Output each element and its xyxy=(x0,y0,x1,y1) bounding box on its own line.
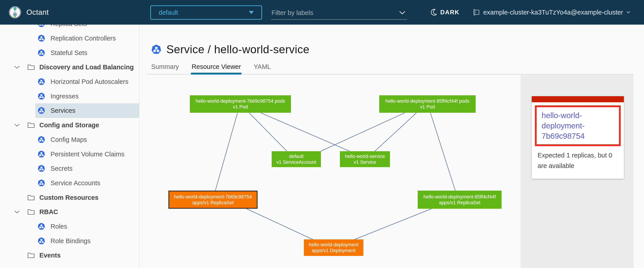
dark-label: DARK xyxy=(440,9,460,16)
persistent-volume-claims-icon xyxy=(38,150,45,158)
chevron-down-icon xyxy=(14,66,20,69)
sidebar-item-ingresses[interactable]: Ingresses xyxy=(0,89,139,103)
folder-icon xyxy=(27,252,35,258)
graph-edge xyxy=(246,209,313,240)
graph-node-serviceaccount-default[interactable]: defaultv1 ServiceAccount xyxy=(272,151,321,167)
octant-app: Octant default DARK xyxy=(0,0,644,268)
context-switcher[interactable]: example-cluster-ka3TuTzYo4a@example-clus… xyxy=(473,0,630,24)
header-bar: Octant default DARK xyxy=(0,0,644,24)
sidebar-section-label: Config and Storage xyxy=(39,122,99,129)
node-apiversion-kind: v1 Service xyxy=(354,159,376,165)
roles-icon xyxy=(38,222,45,230)
graph-node-pod-7b69c98754[interactable]: hello-world-deployment-7b69c98754 podsv1… xyxy=(190,95,291,113)
replica-sets-icon xyxy=(38,24,45,28)
node-title: hello-world-deployment xyxy=(309,242,358,248)
sidebar-item-label: Stateful Sets xyxy=(50,49,87,56)
chevron-down-icon xyxy=(14,210,20,214)
graph-node-deployment-hello-world[interactable]: hello-world-deploymentapps/v1 Deployment xyxy=(304,239,363,256)
sidebar-section-label: Custom Resources xyxy=(39,194,98,201)
graph-edge xyxy=(354,209,432,240)
sidebar-item-role-bindings[interactable]: Role Bindings xyxy=(0,234,139,248)
folder-icon xyxy=(27,64,35,70)
sidebar-item-custom-resources[interactable]: Custom Resources xyxy=(0,190,139,205)
role-bindings-icon xyxy=(38,237,45,245)
node-title: hello-world-deployment-85ff4cf44f xyxy=(424,194,496,200)
cluster-icon xyxy=(473,9,480,16)
selected-node-box: hello-world-deployment-7b69c98754 xyxy=(535,105,621,146)
sidebar-item-config-maps[interactable]: Config Maps xyxy=(0,132,139,147)
namespace-dropdown[interactable]: default xyxy=(150,5,262,20)
folder-icon xyxy=(27,208,35,215)
sidebar-item-label: Ingresses xyxy=(50,92,79,100)
sidebar-item-label: Services xyxy=(50,107,75,114)
graph-node-service-hello-world[interactable]: hello-world-servicev1 Service xyxy=(340,151,390,167)
sidebar-item-label: Service Accounts xyxy=(50,179,100,186)
folder-icon xyxy=(27,194,35,201)
octant-compass-icon xyxy=(8,6,22,19)
tab-resource-viewer[interactable]: Resource Viewer xyxy=(192,61,241,74)
sidebar-item-label: Persistent Volume Claims xyxy=(50,150,124,158)
selected-node-link[interactable]: hello-world-deployment-7b69c98754 xyxy=(542,111,585,140)
ingresses-icon xyxy=(38,92,45,100)
sidebar-item-label: Horizontal Pod Autoscalers xyxy=(50,78,128,86)
detail-panel: hello-world-deployment-7b69c98754 Expect… xyxy=(520,75,634,268)
graph-edge xyxy=(249,113,287,151)
secrets-icon xyxy=(38,165,45,172)
graph-edge xyxy=(261,113,350,151)
sidebar-item-services[interactable]: Services xyxy=(0,103,139,118)
chevron-down-icon[interactable] xyxy=(399,11,407,15)
sidebar-item-rbac[interactable]: RBAC xyxy=(0,205,139,219)
sidebar-item-label: Roles xyxy=(50,222,67,230)
node-apiversion-kind: v1 Pod xyxy=(420,104,435,110)
node-apiversion-kind: v1 Pod xyxy=(233,104,248,110)
sidebar-item-persistent-volume-claims[interactable]: Persistent Volume Claims xyxy=(0,147,139,161)
resource-graph: hello-world-deployment-7b69c98754 podsv1… xyxy=(139,74,520,268)
graph-node-pod-85ff4cf44f[interactable]: hello-world-deployment-85ff4cf44f podsv1… xyxy=(379,95,476,113)
service-icon xyxy=(151,44,162,55)
sidebar-item-replication-controllers[interactable]: Replication Controllers xyxy=(0,31,139,46)
tab-bar: Summary Resource Viewer YAML xyxy=(151,61,271,74)
replication-controllers-icon xyxy=(38,34,45,42)
node-apiversion-kind: v1 ServiceAccount xyxy=(276,159,316,165)
graph-edge xyxy=(430,113,455,190)
sidebar-item-config-and-storage[interactable]: Config and Storage xyxy=(0,118,139,132)
node-apiversion-kind: apps/v1 ReplicaSet xyxy=(192,200,234,206)
label-filter xyxy=(271,6,407,20)
sidebar-nav: Replica SetsReplication ControllersState… xyxy=(0,24,139,268)
chevron-down-icon xyxy=(14,124,20,127)
sidebar-section-label: RBAC xyxy=(39,208,58,216)
page-title: Service / hello-world-service xyxy=(166,43,310,56)
horizontal-pod-autoscalers-icon xyxy=(38,78,45,86)
graph-node-replicaset-85ff4cf44f[interactable]: hello-world-deployment-85ff4cf44fapps/v1… xyxy=(418,190,502,209)
namespace-dropdown-value: default xyxy=(158,9,178,16)
page-title-row: Service / hello-world-service xyxy=(151,42,310,57)
dark-theme-toggle[interactable]: DARK xyxy=(431,0,460,24)
node-title: default xyxy=(289,154,304,159)
node-title: hello-world-deployment-7b69c98754 pods xyxy=(196,98,285,104)
sidebar-item-replica-sets[interactable]: Replica Sets xyxy=(0,24,139,31)
replica-warning-message: Expected 1 replicas, but 0 are available xyxy=(532,148,624,179)
context-label: example-cluster-ka3TuTzYo4a@example-clus… xyxy=(483,9,623,16)
sidebar-item-stateful-sets[interactable]: Stateful Sets xyxy=(0,46,139,60)
graph-edge xyxy=(215,113,238,190)
sidebar-item-service-accounts[interactable]: Service Accounts xyxy=(0,176,139,190)
tab-yaml[interactable]: YAML xyxy=(254,61,271,74)
config-maps-icon xyxy=(38,136,45,144)
tab-summary[interactable]: Summary xyxy=(151,61,179,74)
moon-icon xyxy=(431,9,437,16)
selected-node-card: hello-world-deployment-7b69c98754 Expect… xyxy=(532,96,624,179)
graph-node-replicaset-7b69c98754[interactable]: hello-world-deployment-7b69c98754apps/v1… xyxy=(168,190,258,209)
node-title: hello-world-service xyxy=(345,154,385,159)
sidebar-item-label: Replica Sets xyxy=(50,24,87,28)
services-icon xyxy=(38,107,45,114)
sidebar-item-secrets[interactable]: Secrets xyxy=(0,161,139,176)
sidebar-item-events[interactable]: Events xyxy=(0,248,139,263)
sidebar-item-horizontal-pod-autoscalers[interactable]: Horizontal Pod Autoscalers xyxy=(0,74,139,89)
label-filter-input[interactable] xyxy=(271,9,392,17)
sidebar-section-label: Events xyxy=(39,252,60,259)
sidebar-section-label: Discovery and Load Balancing xyxy=(39,64,134,71)
service-accounts-icon xyxy=(38,179,45,187)
sidebar-item-roles[interactable]: Roles xyxy=(0,219,139,234)
caret-down-icon xyxy=(249,11,254,14)
sidebar-item-discovery-and-load-balancing[interactable]: Discovery and Load Balancing xyxy=(0,60,139,74)
